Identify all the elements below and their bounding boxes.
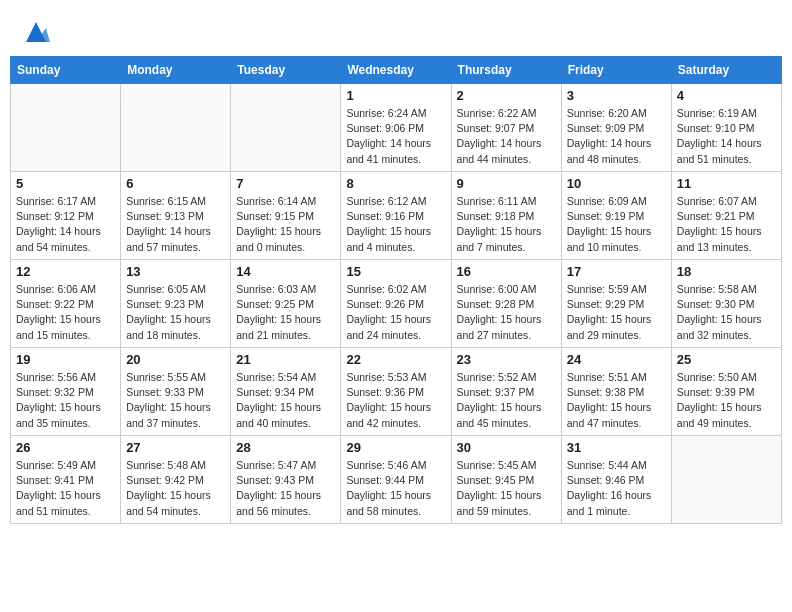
day-info: Sunrise: 6:15 AM Sunset: 9:13 PM Dayligh… [126,194,225,255]
day-info: Sunrise: 5:51 AM Sunset: 9:38 PM Dayligh… [567,370,666,431]
day-number: 24 [567,352,666,367]
weekday-header-cell: Tuesday [231,57,341,84]
weekday-header-cell: Thursday [451,57,561,84]
calendar-day-cell [11,84,121,172]
calendar-day-cell [231,84,341,172]
day-info: Sunrise: 6:12 AM Sunset: 9:16 PM Dayligh… [346,194,445,255]
day-info: Sunrise: 6:07 AM Sunset: 9:21 PM Dayligh… [677,194,776,255]
calendar-day-cell [121,84,231,172]
calendar-day-cell: 14Sunrise: 6:03 AM Sunset: 9:25 PM Dayli… [231,260,341,348]
day-info: Sunrise: 5:58 AM Sunset: 9:30 PM Dayligh… [677,282,776,343]
calendar-week-row: 12Sunrise: 6:06 AM Sunset: 9:22 PM Dayli… [11,260,782,348]
day-number: 15 [346,264,445,279]
day-info: Sunrise: 5:55 AM Sunset: 9:33 PM Dayligh… [126,370,225,431]
calendar-day-cell: 23Sunrise: 5:52 AM Sunset: 9:37 PM Dayli… [451,348,561,436]
day-info: Sunrise: 6:20 AM Sunset: 9:09 PM Dayligh… [567,106,666,167]
day-number: 18 [677,264,776,279]
calendar-day-cell: 7Sunrise: 6:14 AM Sunset: 9:15 PM Daylig… [231,172,341,260]
day-number: 9 [457,176,556,191]
calendar-day-cell: 5Sunrise: 6:17 AM Sunset: 9:12 PM Daylig… [11,172,121,260]
day-number: 5 [16,176,115,191]
day-info: Sunrise: 6:03 AM Sunset: 9:25 PM Dayligh… [236,282,335,343]
day-number: 14 [236,264,335,279]
day-info: Sunrise: 5:50 AM Sunset: 9:39 PM Dayligh… [677,370,776,431]
calendar-day-cell: 10Sunrise: 6:09 AM Sunset: 9:19 PM Dayli… [561,172,671,260]
calendar-day-cell: 9Sunrise: 6:11 AM Sunset: 9:18 PM Daylig… [451,172,561,260]
calendar-day-cell: 28Sunrise: 5:47 AM Sunset: 9:43 PM Dayli… [231,436,341,524]
calendar-day-cell: 25Sunrise: 5:50 AM Sunset: 9:39 PM Dayli… [671,348,781,436]
day-info: Sunrise: 5:52 AM Sunset: 9:37 PM Dayligh… [457,370,556,431]
calendar-day-cell: 4Sunrise: 6:19 AM Sunset: 9:10 PM Daylig… [671,84,781,172]
calendar-table: SundayMondayTuesdayWednesdayThursdayFrid… [10,56,782,524]
day-number: 23 [457,352,556,367]
day-info: Sunrise: 6:11 AM Sunset: 9:18 PM Dayligh… [457,194,556,255]
day-info: Sunrise: 6:02 AM Sunset: 9:26 PM Dayligh… [346,282,445,343]
weekday-header-cell: Sunday [11,57,121,84]
calendar-day-cell: 1Sunrise: 6:24 AM Sunset: 9:06 PM Daylig… [341,84,451,172]
day-number: 11 [677,176,776,191]
calendar-day-cell: 19Sunrise: 5:56 AM Sunset: 9:32 PM Dayli… [11,348,121,436]
day-info: Sunrise: 6:19 AM Sunset: 9:10 PM Dayligh… [677,106,776,167]
day-info: Sunrise: 5:44 AM Sunset: 9:46 PM Dayligh… [567,458,666,519]
calendar-week-row: 19Sunrise: 5:56 AM Sunset: 9:32 PM Dayli… [11,348,782,436]
day-info: Sunrise: 6:24 AM Sunset: 9:06 PM Dayligh… [346,106,445,167]
weekday-header-cell: Friday [561,57,671,84]
day-info: Sunrise: 6:06 AM Sunset: 9:22 PM Dayligh… [16,282,115,343]
day-number: 27 [126,440,225,455]
day-info: Sunrise: 5:49 AM Sunset: 9:41 PM Dayligh… [16,458,115,519]
day-number: 6 [126,176,225,191]
weekday-header-row: SundayMondayTuesdayWednesdayThursdayFrid… [11,57,782,84]
day-number: 26 [16,440,115,455]
calendar-day-cell: 16Sunrise: 6:00 AM Sunset: 9:28 PM Dayli… [451,260,561,348]
calendar-day-cell: 3Sunrise: 6:20 AM Sunset: 9:09 PM Daylig… [561,84,671,172]
weekday-header-cell: Wednesday [341,57,451,84]
day-info: Sunrise: 6:00 AM Sunset: 9:28 PM Dayligh… [457,282,556,343]
day-info: Sunrise: 6:17 AM Sunset: 9:12 PM Dayligh… [16,194,115,255]
day-info: Sunrise: 5:46 AM Sunset: 9:44 PM Dayligh… [346,458,445,519]
calendar-week-row: 26Sunrise: 5:49 AM Sunset: 9:41 PM Dayli… [11,436,782,524]
day-number: 8 [346,176,445,191]
calendar-day-cell: 15Sunrise: 6:02 AM Sunset: 9:26 PM Dayli… [341,260,451,348]
day-number: 20 [126,352,225,367]
calendar-day-cell: 27Sunrise: 5:48 AM Sunset: 9:42 PM Dayli… [121,436,231,524]
day-info: Sunrise: 5:45 AM Sunset: 9:45 PM Dayligh… [457,458,556,519]
day-number: 7 [236,176,335,191]
day-info: Sunrise: 5:54 AM Sunset: 9:34 PM Dayligh… [236,370,335,431]
logo [20,18,50,46]
day-number: 10 [567,176,666,191]
calendar-day-cell [671,436,781,524]
day-info: Sunrise: 6:22 AM Sunset: 9:07 PM Dayligh… [457,106,556,167]
calendar-day-cell: 21Sunrise: 5:54 AM Sunset: 9:34 PM Dayli… [231,348,341,436]
calendar-day-cell: 31Sunrise: 5:44 AM Sunset: 9:46 PM Dayli… [561,436,671,524]
calendar-day-cell: 8Sunrise: 6:12 AM Sunset: 9:16 PM Daylig… [341,172,451,260]
day-number: 30 [457,440,556,455]
logo-icon [22,18,50,46]
weekday-header-cell: Monday [121,57,231,84]
day-info: Sunrise: 6:05 AM Sunset: 9:23 PM Dayligh… [126,282,225,343]
day-number: 19 [16,352,115,367]
calendar-day-cell: 2Sunrise: 6:22 AM Sunset: 9:07 PM Daylig… [451,84,561,172]
day-number: 17 [567,264,666,279]
calendar-day-cell: 11Sunrise: 6:07 AM Sunset: 9:21 PM Dayli… [671,172,781,260]
calendar-day-cell: 12Sunrise: 6:06 AM Sunset: 9:22 PM Dayli… [11,260,121,348]
day-info: Sunrise: 5:59 AM Sunset: 9:29 PM Dayligh… [567,282,666,343]
calendar-day-cell: 20Sunrise: 5:55 AM Sunset: 9:33 PM Dayli… [121,348,231,436]
day-info: Sunrise: 5:53 AM Sunset: 9:36 PM Dayligh… [346,370,445,431]
calendar-day-cell: 24Sunrise: 5:51 AM Sunset: 9:38 PM Dayli… [561,348,671,436]
day-number: 16 [457,264,556,279]
calendar-day-cell: 22Sunrise: 5:53 AM Sunset: 9:36 PM Dayli… [341,348,451,436]
day-number: 25 [677,352,776,367]
day-number: 3 [567,88,666,103]
day-number: 29 [346,440,445,455]
day-number: 1 [346,88,445,103]
day-number: 22 [346,352,445,367]
calendar-day-cell: 26Sunrise: 5:49 AM Sunset: 9:41 PM Dayli… [11,436,121,524]
calendar-week-row: 5Sunrise: 6:17 AM Sunset: 9:12 PM Daylig… [11,172,782,260]
day-info: Sunrise: 5:56 AM Sunset: 9:32 PM Dayligh… [16,370,115,431]
day-number: 31 [567,440,666,455]
day-number: 28 [236,440,335,455]
day-info: Sunrise: 5:47 AM Sunset: 9:43 PM Dayligh… [236,458,335,519]
calendar-day-cell: 29Sunrise: 5:46 AM Sunset: 9:44 PM Dayli… [341,436,451,524]
day-info: Sunrise: 5:48 AM Sunset: 9:42 PM Dayligh… [126,458,225,519]
page-header [10,10,782,50]
